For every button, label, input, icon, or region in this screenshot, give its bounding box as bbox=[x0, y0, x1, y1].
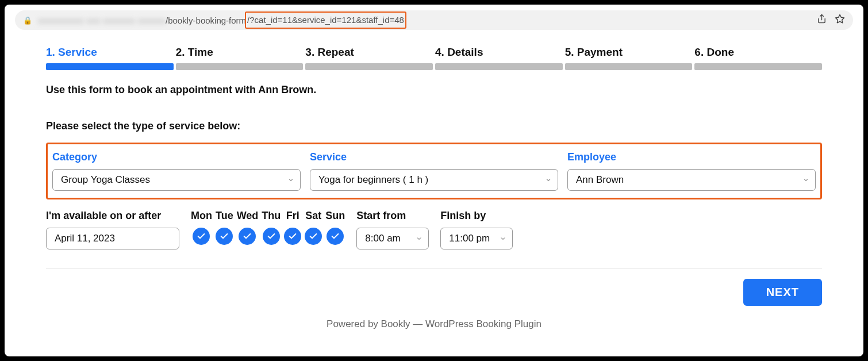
date-label: I'm available on or after bbox=[46, 210, 179, 222]
availability-row: I'm available on or after April 11, 2023… bbox=[46, 210, 822, 249]
step-done[interactable]: 6. Done bbox=[694, 46, 822, 70]
chevron-down-icon bbox=[287, 176, 294, 183]
service-fields-highlight: Category Group Yoga Classes Service Yoga… bbox=[46, 143, 822, 199]
start-from-label: Start from bbox=[356, 210, 429, 222]
category-select[interactable]: Group Yoga Classes bbox=[52, 169, 301, 191]
date-input[interactable]: April 11, 2023 bbox=[46, 228, 179, 249]
finish-by-label: Finish by bbox=[440, 210, 513, 222]
step-repeat[interactable]: 3. Repeat bbox=[305, 46, 433, 70]
step-service[interactable]: 1. Service bbox=[46, 46, 174, 70]
day-toggle-sun[interactable] bbox=[327, 228, 344, 245]
url-path: /bookly-booking-form bbox=[166, 16, 246, 25]
chevron-down-icon bbox=[500, 235, 506, 242]
step-details[interactable]: 4. Details bbox=[435, 46, 563, 70]
finish-by-select[interactable]: 11:00 pm bbox=[440, 228, 513, 249]
day-toggle-sat[interactable] bbox=[305, 228, 322, 245]
step-time[interactable]: 2. Time bbox=[176, 46, 304, 70]
day-toggle-fri[interactable] bbox=[284, 228, 301, 245]
intro-text: Use this form to book an appointment wit… bbox=[46, 84, 822, 96]
start-from-select[interactable]: 8:00 am bbox=[356, 228, 429, 249]
step-payment[interactable]: 5. Payment bbox=[565, 46, 693, 70]
share-icon[interactable] bbox=[817, 14, 827, 26]
day-toggle-thu[interactable] bbox=[263, 228, 280, 245]
chevron-down-icon bbox=[545, 176, 552, 183]
day-toggle-mon[interactable] bbox=[193, 228, 210, 245]
day-toggles: Mon Tue Wed Thu Fri Sat Sun bbox=[191, 210, 345, 245]
url-query-highlight: /?cat_id=11&service_id=121&staff_id=48 bbox=[245, 11, 406, 29]
employee-select[interactable]: Ann Brown bbox=[567, 169, 816, 191]
employee-label: Employee bbox=[567, 151, 816, 163]
powered-by: Powered by Bookly — WordPress Booking Pl… bbox=[5, 318, 863, 330]
bookmark-star-icon[interactable] bbox=[835, 14, 845, 27]
service-select[interactable]: Yoga for beginners ( 1 h ) bbox=[310, 169, 558, 191]
day-toggle-wed[interactable] bbox=[239, 228, 256, 245]
progress-steps: 1. Service 2. Time 3. Repeat 4. Details … bbox=[46, 46, 822, 70]
subintro-text: Please select the type of service below: bbox=[46, 120, 822, 132]
url-bar[interactable]: 🔒 xxxxxxxxxx xxx xxxxxxx xxxxxx /bookly-… bbox=[15, 10, 853, 30]
day-toggle-tue[interactable] bbox=[216, 228, 233, 245]
category-label: Category bbox=[52, 151, 301, 163]
chevron-down-icon bbox=[802, 176, 809, 183]
url-obscured: xxxxxxxxxx xxx xxxxxxx xxxxxx bbox=[38, 16, 166, 25]
service-label: Service bbox=[310, 151, 558, 163]
chevron-down-icon bbox=[416, 235, 423, 242]
lock-icon: 🔒 bbox=[23, 16, 32, 25]
svg-marker-1 bbox=[836, 14, 844, 22]
next-button[interactable]: NEXT bbox=[743, 279, 822, 306]
